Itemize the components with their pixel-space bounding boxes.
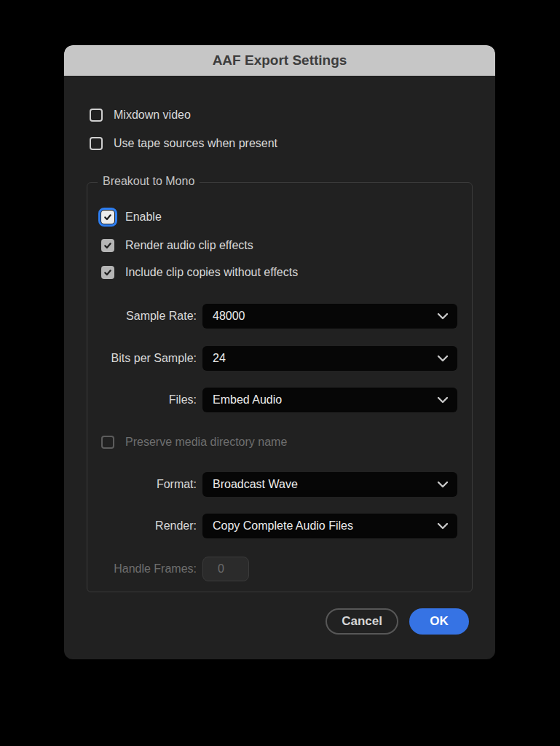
- breakout-to-mono-group: Breakout to Mono Enable Render audio cli…: [87, 182, 473, 592]
- format-label: Format:: [87, 478, 197, 491]
- render-audio-clip-effects-checkbox[interactable]: [101, 239, 114, 252]
- chevron-down-icon: [437, 396, 449, 404]
- format-value: Broadcast Wave: [213, 478, 437, 491]
- check-icon: [103, 268, 112, 277]
- files-value: Embed Audio: [213, 393, 437, 407]
- mixdown-video-label: Mixdown video: [114, 109, 191, 122]
- breakout-to-mono-legend: Breakout to Mono: [98, 175, 200, 188]
- chevron-down-icon: [437, 355, 449, 362]
- bits-per-sample-label: Bits per Sample:: [87, 352, 197, 365]
- checkbox-row-include-clip-copies[interactable]: Include clip copies without effects: [101, 264, 298, 280]
- checkbox-row-preserve-media-directory: Preserve media directory name: [101, 434, 287, 450]
- chevron-down-icon: [437, 481, 449, 488]
- render-row: Render: Copy Complete Audio Files: [87, 514, 457, 538]
- aaf-export-settings-dialog: AAF Export Settings Mixdown video Use ta…: [64, 45, 495, 659]
- render-dropdown[interactable]: Copy Complete Audio Files: [202, 514, 457, 538]
- ok-button[interactable]: OK: [409, 608, 469, 635]
- dialog-footer: Cancel OK: [326, 608, 469, 635]
- format-row: Format: Broadcast Wave: [87, 472, 457, 497]
- render-value: Copy Complete Audio Files: [213, 519, 437, 533]
- sample-rate-value: 48000: [213, 310, 437, 323]
- sample-rate-row: Sample Rate: 48000: [87, 304, 457, 329]
- format-dropdown[interactable]: Broadcast Wave: [202, 472, 457, 497]
- check-icon: [103, 241, 112, 250]
- include-clip-copies-label: Include clip copies without effects: [125, 266, 298, 279]
- handle-frames-label: Handle Frames:: [87, 562, 197, 576]
- bits-per-sample-dropdown[interactable]: 24: [202, 346, 457, 371]
- use-tape-sources-label: Use tape sources when present: [114, 137, 277, 150]
- checkbox-row-render-audio-clip-effects[interactable]: Render audio clip effects: [101, 237, 253, 254]
- enable-checkbox[interactable]: [101, 211, 114, 224]
- files-dropdown[interactable]: Embed Audio: [202, 388, 457, 412]
- handle-frames-input: [202, 557, 249, 581]
- include-clip-copies-checkbox[interactable]: [101, 266, 114, 279]
- bits-per-sample-value: 24: [213, 352, 437, 365]
- chevron-down-icon: [437, 522, 449, 530]
- use-tape-sources-checkbox[interactable]: [90, 137, 103, 150]
- preserve-media-directory-label: Preserve media directory name: [125, 436, 287, 449]
- check-icon: [103, 213, 112, 221]
- render-audio-clip-effects-label: Render audio clip effects: [125, 239, 253, 252]
- files-row: Files: Embed Audio: [87, 388, 457, 412]
- enable-label: Enable: [125, 211, 162, 224]
- files-label: Files:: [87, 393, 197, 407]
- sample-rate-label: Sample Rate:: [87, 310, 197, 323]
- dialog-titlebar: AAF Export Settings: [64, 45, 495, 76]
- bits-per-sample-row: Bits per Sample: 24: [87, 346, 457, 371]
- dialog-title: AAF Export Settings: [213, 52, 347, 68]
- handle-frames-row: Handle Frames:: [87, 557, 457, 581]
- mixdown-video-checkbox[interactable]: [90, 109, 103, 122]
- checkbox-row-enable[interactable]: Enable: [101, 209, 162, 225]
- preserve-media-directory-checkbox: [101, 436, 114, 449]
- render-label: Render:: [87, 519, 197, 533]
- chevron-down-icon: [437, 313, 449, 320]
- checkbox-row-mixdown-video[interactable]: Mixdown video: [90, 107, 191, 123]
- cancel-button[interactable]: Cancel: [326, 608, 398, 635]
- checkbox-row-use-tape-sources[interactable]: Use tape sources when present: [90, 136, 277, 152]
- sample-rate-dropdown[interactable]: 48000: [202, 304, 457, 329]
